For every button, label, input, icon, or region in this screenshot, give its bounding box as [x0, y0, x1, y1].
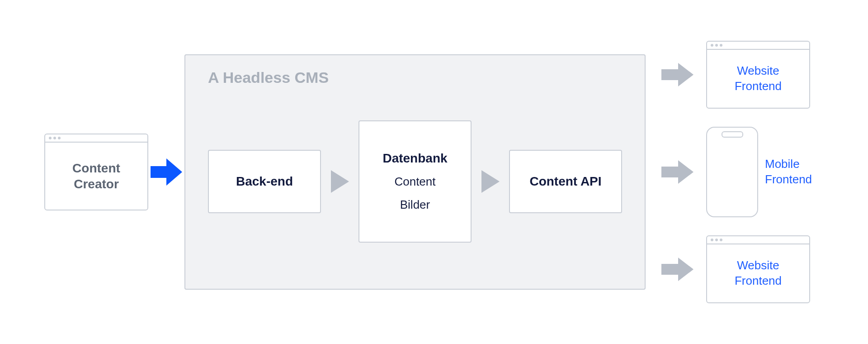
window-dot-icon [711, 44, 713, 47]
mobile-device-wrap: Mobile Frontend [706, 127, 824, 217]
window-dot-icon [53, 137, 56, 139]
arrow-right-icon [659, 158, 695, 186]
arrow-backend-to-db [326, 168, 354, 195]
database-item-images: Bilder [400, 198, 430, 212]
arrow-right-icon [659, 256, 695, 283]
database-title: Datenbank [382, 151, 447, 166]
database-item-content: Content [394, 175, 435, 189]
window-dot-icon [711, 239, 713, 241]
arrow-right-icon [329, 168, 351, 195]
arrow-right-icon [479, 168, 502, 195]
website-frontend-1-window: Website Frontend [706, 41, 810, 109]
output-website-1-row: Website Frontend [659, 41, 810, 109]
backend-box: Back-end [208, 150, 321, 213]
arrow-to-website-2 [659, 256, 695, 283]
output-mobile-row: Mobile Frontend [659, 127, 824, 217]
content-api-label: Content API [529, 174, 601, 189]
window-dot-icon [715, 239, 718, 241]
arrow-right-icon [148, 156, 184, 188]
cms-container: A Headless CMS Back-end Datenbank Conten… [184, 54, 646, 290]
arrow-to-website-1 [659, 61, 695, 88]
main-row: Content Creator A Headless CMS Back-end [44, 41, 824, 303]
mobile-frontend-label: Mobile Frontend [765, 157, 824, 187]
website-frontend-1-label: Website Frontend [707, 50, 809, 108]
window-titlebar [45, 134, 147, 143]
website-frontend-2-window: Website Frontend [706, 235, 810, 303]
content-api-box: Content API [509, 150, 622, 213]
content-creator-window: Content Creator [44, 134, 148, 210]
cms-title: A Headless CMS [208, 69, 622, 86]
window-dot-icon [720, 44, 722, 47]
website-frontend-2-label: Website Frontend [707, 244, 809, 302]
diagram-canvas: Content Creator A Headless CMS Back-end [0, 0, 868, 344]
window-titlebar [707, 236, 809, 244]
window-dot-icon [715, 44, 718, 47]
arrow-db-to-api [477, 168, 504, 195]
backend-label: Back-end [236, 174, 293, 189]
database-box: Datenbank Content Bilder [359, 120, 472, 243]
cms-inner-row: Back-end Datenbank Content Bilder [208, 100, 622, 263]
arrow-creator-to-cms [148, 156, 184, 188]
outputs-column: Website Frontend Mobile Frontend [659, 41, 824, 303]
window-titlebar [707, 42, 809, 50]
window-dot-icon [49, 137, 52, 139]
arrow-right-icon [659, 61, 695, 88]
arrow-to-mobile [659, 158, 695, 186]
window-dot-icon [58, 137, 61, 139]
window-dot-icon [720, 239, 722, 241]
output-website-2-row: Website Frontend [659, 235, 810, 303]
content-creator-label: Content Creator [45, 143, 147, 210]
mobile-device-icon [706, 127, 758, 217]
